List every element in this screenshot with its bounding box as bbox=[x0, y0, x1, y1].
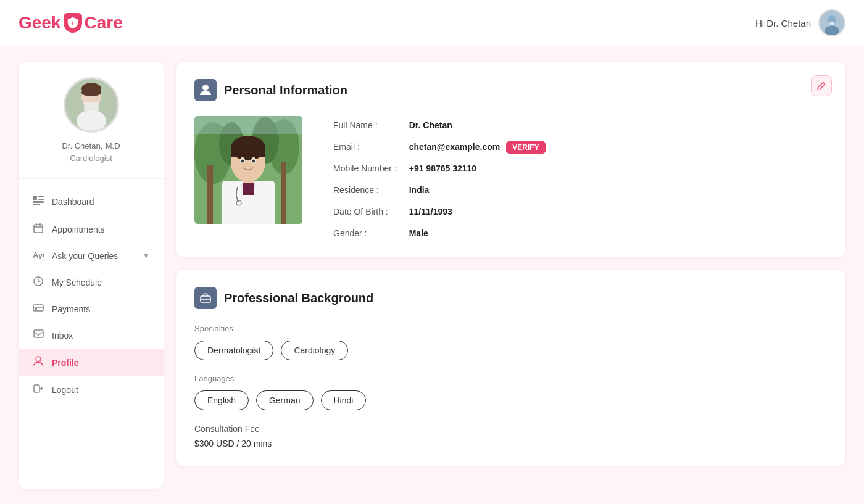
svg-point-48 bbox=[252, 160, 255, 163]
residence-value: India bbox=[409, 184, 546, 197]
logo-shield-icon: + bbox=[64, 13, 82, 33]
residence-label: Residence : bbox=[333, 184, 409, 197]
email-label: Email : bbox=[333, 141, 409, 154]
sidebar-item-logout-label: Logout bbox=[52, 385, 78, 395]
sidebar-item-appointments-label: Appointments bbox=[52, 225, 105, 234]
header: Geek + Care Hi Dr. Chetan bbox=[0, 0, 864, 46]
svg-point-10 bbox=[81, 89, 101, 96]
svg-rect-15 bbox=[33, 204, 40, 205]
sidebar-item-queries-label: Ask your Queries bbox=[52, 251, 118, 261]
info-grid: Full Name : Dr. Chetan Email : chetan@ex… bbox=[333, 119, 546, 240]
sidebar: Dr. Chetan, M.D Cardiologist Dashboard A… bbox=[19, 62, 164, 489]
sidebar-item-logout[interactable]: Logout bbox=[19, 376, 164, 403]
personal-info-header: Personal Information bbox=[194, 79, 827, 101]
specialties-tags: Dermatologist Cardiology bbox=[194, 341, 827, 360]
svg-rect-13 bbox=[38, 199, 44, 200]
sidebar-avatar bbox=[64, 77, 119, 133]
doctor-photo bbox=[194, 116, 302, 224]
languages-label: Languages bbox=[194, 374, 827, 383]
dashboard-icon bbox=[32, 196, 44, 208]
svg-rect-27 bbox=[34, 330, 43, 337]
logo-text-start: Geek bbox=[19, 13, 61, 33]
gender-value: Male bbox=[409, 227, 546, 240]
sidebar-nav: Dashboard Appointments Ayq Ask your Quer… bbox=[19, 179, 164, 413]
svg-rect-49 bbox=[243, 183, 254, 195]
logo: Geek + Care bbox=[19, 13, 123, 33]
language-tag-1: German bbox=[256, 390, 314, 410]
schedule-icon bbox=[32, 276, 44, 289]
svg-rect-26 bbox=[35, 308, 37, 310]
header-greeting: Hi Dr. Chetan bbox=[755, 18, 811, 28]
svg-rect-14 bbox=[33, 201, 44, 203]
sidebar-item-inbox-label: Inbox bbox=[52, 331, 73, 341]
content-area: Personal Information bbox=[176, 62, 845, 489]
language-tag-2: Hindi bbox=[321, 390, 367, 410]
language-tag-0: English bbox=[194, 390, 249, 410]
consultation-fee-label: Consultation Fee bbox=[194, 424, 827, 434]
professional-bg-header: Professional Background bbox=[194, 287, 827, 309]
sidebar-profile: Dr. Chetan, M.D Cardiologist bbox=[19, 77, 164, 179]
svg-rect-39 bbox=[194, 116, 302, 134]
briefcase-icon bbox=[194, 287, 217, 309]
header-avatar bbox=[818, 9, 845, 36]
chevron-down-icon: ▼ bbox=[143, 252, 150, 260]
svg-rect-16 bbox=[34, 225, 43, 233]
profile-icon bbox=[32, 356, 44, 369]
edit-personal-info-button[interactable] bbox=[811, 75, 832, 96]
inbox-icon bbox=[32, 329, 44, 341]
queries-icon: Ayq bbox=[32, 250, 44, 262]
specialties-label: Specialties bbox=[194, 324, 827, 333]
consultation-fee-value: $300 USD / 20 mins bbox=[194, 439, 827, 448]
svg-rect-35 bbox=[207, 165, 213, 224]
professional-bg-card: Professional Background Specialties Derm… bbox=[176, 270, 845, 466]
specialty-tag-0: Dermatologist bbox=[194, 341, 273, 360]
sidebar-item-payments-label: Payments bbox=[52, 304, 90, 314]
sidebar-specialty: Cardiologist bbox=[31, 154, 151, 163]
sidebar-item-profile[interactable]: Profile bbox=[19, 349, 164, 376]
sidebar-item-inbox[interactable]: Inbox bbox=[19, 322, 164, 349]
sidebar-item-profile-label: Profile bbox=[52, 358, 79, 368]
svg-text:+: + bbox=[71, 20, 75, 27]
personal-info-content: Full Name : Dr. Chetan Email : chetan@ex… bbox=[194, 116, 827, 240]
logo-text-end: Care bbox=[85, 13, 123, 33]
verify-button[interactable]: VERIFY bbox=[506, 141, 545, 154]
svg-point-31 bbox=[202, 85, 209, 91]
sidebar-item-dashboard[interactable]: Dashboard bbox=[19, 188, 164, 215]
dob-value: 11/11/1993 bbox=[409, 205, 546, 218]
specialty-tag-1: Cardiology bbox=[281, 341, 348, 360]
svg-text:Ayq: Ayq bbox=[33, 250, 44, 259]
consultation-fee-section: Consultation Fee $300 USD / 20 mins bbox=[194, 424, 827, 448]
sidebar-item-dashboard-label: Dashboard bbox=[52, 197, 94, 207]
person-icon bbox=[194, 79, 217, 101]
header-right: Hi Dr. Chetan bbox=[755, 9, 845, 36]
specialties-section: Specialties Dermatologist Cardiology bbox=[194, 324, 827, 360]
professional-bg-title: Professional Background bbox=[224, 291, 373, 305]
sidebar-item-queries[interactable]: Ayq Ask your Queries ▼ bbox=[19, 243, 164, 269]
personal-info-card: Personal Information bbox=[176, 62, 845, 257]
svg-point-47 bbox=[241, 160, 244, 163]
full-name-value: Dr. Chetan bbox=[409, 119, 546, 132]
appointments-icon bbox=[32, 223, 44, 236]
svg-rect-8 bbox=[84, 102, 99, 110]
sidebar-item-schedule-label: My Schedule bbox=[52, 278, 102, 287]
svg-rect-24 bbox=[33, 305, 43, 311]
svg-rect-4 bbox=[829, 22, 834, 25]
main-layout: Dr. Chetan, M.D Cardiologist Dashboard A… bbox=[0, 46, 864, 504]
svg-rect-36 bbox=[281, 162, 286, 224]
mobile-value: +91 98765 32110 bbox=[409, 162, 546, 175]
languages-tags: English German Hindi bbox=[194, 390, 827, 410]
sidebar-item-schedule[interactable]: My Schedule bbox=[19, 269, 164, 296]
svg-point-28 bbox=[36, 357, 41, 361]
sidebar-item-appointments[interactable]: Appointments bbox=[19, 215, 164, 243]
sidebar-doctor-name: Dr. Chetan, M.D bbox=[31, 140, 151, 151]
mobile-label: Mobile Number : bbox=[333, 162, 409, 175]
dob-label: Date Of Birth : bbox=[333, 205, 409, 218]
personal-info-title: Personal Information bbox=[224, 83, 347, 97]
svg-rect-29 bbox=[34, 385, 39, 392]
svg-rect-12 bbox=[38, 196, 44, 197]
svg-rect-11 bbox=[33, 196, 37, 200]
sidebar-item-payments[interactable]: Payments bbox=[19, 296, 164, 322]
email-value: chetan@example.com VERIFY bbox=[409, 141, 546, 154]
payments-icon bbox=[32, 304, 44, 315]
languages-section: Languages English German Hindi bbox=[194, 374, 827, 410]
